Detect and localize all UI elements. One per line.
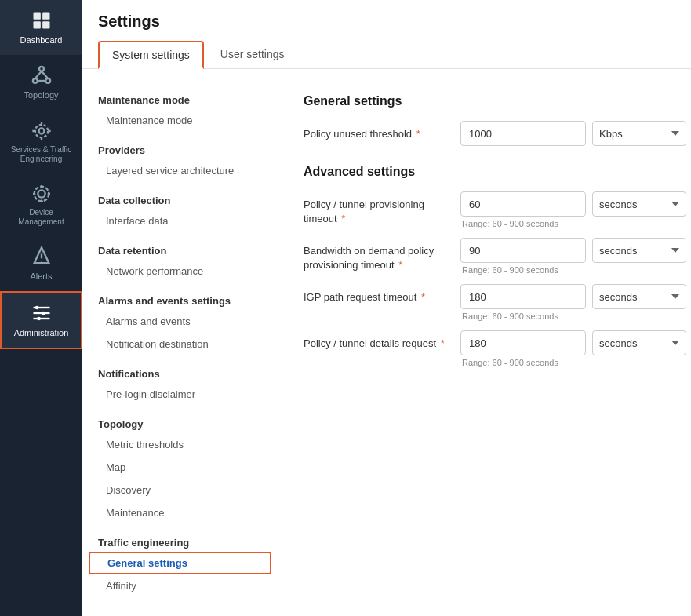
policy-tunnel-provisioning-inputs: seconds minutes ⓘ Range: 60 - 900 second… xyxy=(460,191,691,228)
svg-point-5 xyxy=(32,78,37,83)
nav-section-data-retention: Data retention xyxy=(82,239,278,260)
igp-path-request-range: Range: 60 - 900 seconds xyxy=(460,312,691,321)
policy-tunnel-details-row: Policy / tunnel details request * second… xyxy=(304,330,666,370)
sidebar-item-label: Alerts xyxy=(30,271,52,282)
svg-point-4 xyxy=(39,67,44,71)
policy-unused-threshold-row: Policy unused threshold * Kbps Mbps Gbps… xyxy=(304,121,666,149)
left-nav: Maintenance mode Maintenance mode Provid… xyxy=(82,69,278,616)
tab-system-settings[interactable]: System settings xyxy=(98,41,204,69)
dashboard-icon xyxy=(31,9,53,31)
svg-point-16 xyxy=(40,199,43,202)
policy-unused-threshold-input[interactable] xyxy=(460,121,586,146)
policy-tunnel-details-inputs: seconds minutes ⓘ Range: 60 - 900 second… xyxy=(460,330,691,367)
page-title: Settings xyxy=(98,13,675,31)
svg-point-19 xyxy=(41,260,42,261)
svg-point-23 xyxy=(35,306,38,310)
nav-item-pre-login[interactable]: Pre-login disclaimer xyxy=(82,383,278,406)
header: Settings System settings User settings xyxy=(82,0,691,69)
nav-item-discovery[interactable]: Discovery xyxy=(82,479,278,501)
nav-section-notifications: Notifications xyxy=(82,362,278,383)
svg-rect-3 xyxy=(42,21,49,28)
nav-item-affinity[interactable]: Affinity xyxy=(82,574,278,597)
nav-section-alarms: Alarms and events settings xyxy=(82,289,278,310)
nav-item-alarms-events[interactable]: Alarms and events xyxy=(82,310,278,333)
nav-section-topology: Topology xyxy=(82,412,278,433)
igp-path-request-input[interactable] xyxy=(460,284,586,309)
topology-icon xyxy=(31,64,53,86)
nav-item-map[interactable]: Map xyxy=(82,456,278,479)
nav-item-general-settings[interactable]: General settings xyxy=(89,552,271,574)
policy-unused-threshold-inputs: Kbps Mbps Gbps ⓘ xyxy=(460,121,691,146)
svg-point-15 xyxy=(47,192,50,195)
bandwidth-on-demand-inputs: seconds minutes ⓘ Range: 60 - 900 second… xyxy=(460,238,691,275)
svg-point-24 xyxy=(42,312,45,315)
sidebar-item-services[interactable]: Services & Traffic Engineering xyxy=(0,111,82,173)
sidebar-item-label: Topology xyxy=(24,89,58,100)
alerts-icon xyxy=(31,246,53,268)
svg-point-14 xyxy=(40,185,43,188)
nav-section-traffic-engineering: Traffic engineering xyxy=(82,530,278,552)
general-settings-title: General settings xyxy=(304,94,666,108)
igp-path-request-inputs: seconds minutes ⓘ Range: 60 - 900 second… xyxy=(460,284,691,321)
nav-section-data-collection: Data collection xyxy=(82,188,278,210)
nav-item-network-performance[interactable]: Network performance xyxy=(82,260,278,282)
tab-bar: System settings User settings xyxy=(98,40,675,68)
svg-point-17 xyxy=(32,192,35,195)
policy-tunnel-details-label: Policy / tunnel details request * xyxy=(304,330,460,351)
policy-tunnel-details-input[interactable] xyxy=(460,330,586,355)
policy-tunnel-provisioning-row: Policy / tunnel provisioning timeout * s… xyxy=(304,191,666,231)
policy-tunnel-provisioning-label: Policy / tunnel provisioning timeout * xyxy=(304,191,460,226)
nav-section-providers: Providers xyxy=(82,138,278,159)
nav-item-metric-thresholds[interactable]: Metric thresholds xyxy=(82,433,278,456)
policy-tunnel-provisioning-unit-select[interactable]: seconds minutes xyxy=(592,191,686,217)
igp-path-request-row: IGP path request timeout * seconds minut… xyxy=(304,284,666,324)
sidebar: Dashboard Topology Services & Traffic En… xyxy=(0,0,82,616)
sidebar-item-label: Administration xyxy=(14,327,69,338)
svg-point-10 xyxy=(38,128,44,133)
nav-section-maintenance-mode: Maintenance mode xyxy=(82,88,278,109)
svg-point-13 xyxy=(34,186,49,201)
nav-item-maintenance[interactable]: Maintenance xyxy=(82,501,278,524)
igp-path-request-unit-select[interactable]: seconds minutes xyxy=(592,284,686,309)
sidebar-item-label: Services & Traffic Engineering xyxy=(6,145,76,164)
services-icon xyxy=(31,120,53,142)
policy-tunnel-details-unit-select[interactable]: seconds minutes xyxy=(592,330,686,355)
nav-item-notification-dest[interactable]: Notification destination xyxy=(82,333,278,355)
advanced-settings-title: Advanced settings xyxy=(304,165,666,179)
sidebar-item-label: Dashboard xyxy=(20,35,63,46)
bandwidth-on-demand-input[interactable] xyxy=(460,238,586,263)
administration-icon xyxy=(31,302,53,324)
policy-tunnel-provisioning-range: Range: 60 - 900 seconds xyxy=(460,219,691,228)
right-panel: General settings Policy unused threshold… xyxy=(278,69,691,616)
bandwidth-on-demand-row: Bandwidth on demand policy provisioning … xyxy=(304,238,666,278)
sidebar-item-device[interactable]: Device Management xyxy=(0,173,82,236)
sidebar-item-alerts[interactable]: Alerts xyxy=(0,236,82,291)
svg-point-25 xyxy=(37,317,41,321)
main-content: Settings System settings User settings M… xyxy=(82,0,691,616)
bandwidth-on-demand-range: Range: 60 - 900 seconds xyxy=(460,265,691,275)
sidebar-item-label: Device Management xyxy=(6,208,76,227)
policy-unused-threshold-label: Policy unused threshold * xyxy=(304,121,460,141)
content-area: Maintenance mode Maintenance mode Provid… xyxy=(82,69,691,616)
device-icon xyxy=(31,183,53,205)
sidebar-item-administration[interactable]: Administration xyxy=(0,291,82,349)
bandwidth-on-demand-unit-select[interactable]: seconds minutes xyxy=(592,238,686,263)
sidebar-item-dashboard[interactable]: Dashboard xyxy=(0,0,82,55)
policy-tunnel-provisioning-input[interactable] xyxy=(460,191,586,217)
nav-item-layered-service[interactable]: Layered service architecture xyxy=(82,159,278,182)
svg-rect-1 xyxy=(42,13,49,20)
svg-line-8 xyxy=(42,71,48,78)
igp-path-request-label: IGP path request timeout * xyxy=(304,284,460,304)
sidebar-item-topology[interactable]: Topology xyxy=(0,55,82,110)
svg-point-6 xyxy=(45,78,50,83)
nav-item-interface-data[interactable]: Interface data xyxy=(82,210,278,232)
policy-tunnel-details-range: Range: 60 - 900 seconds xyxy=(460,358,691,367)
bandwidth-on-demand-label: Bandwidth on demand policy provisioning … xyxy=(304,238,460,272)
svg-rect-0 xyxy=(33,13,40,20)
tab-user-settings[interactable]: User settings xyxy=(207,41,298,69)
nav-item-maintenance-mode[interactable]: Maintenance mode xyxy=(82,109,278,132)
svg-point-11 xyxy=(35,124,47,137)
svg-line-7 xyxy=(35,71,41,78)
policy-unused-threshold-unit-select[interactable]: Kbps Mbps Gbps xyxy=(592,121,686,146)
svg-point-12 xyxy=(38,190,45,197)
